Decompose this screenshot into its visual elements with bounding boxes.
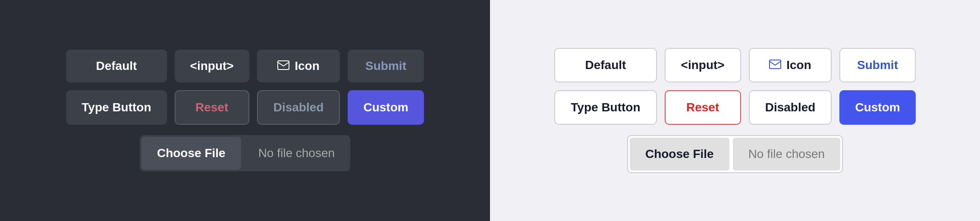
light-default-label: Default xyxy=(585,58,626,72)
dark-disabled-button[interactable]: Disabled xyxy=(257,90,340,125)
dark-choose-file-button[interactable]: Choose File xyxy=(141,137,241,170)
svg-rect-0 xyxy=(278,61,289,69)
light-type-label: Type Button xyxy=(571,101,640,114)
dark-default-button[interactable]: Default xyxy=(66,50,166,82)
dark-reset-button[interactable]: Reset xyxy=(175,90,249,125)
light-custom-button[interactable]: Custom xyxy=(839,90,915,125)
envelope-icon xyxy=(277,59,289,73)
light-default-button[interactable]: Default xyxy=(554,48,656,82)
dark-reset-label: Reset xyxy=(195,101,228,114)
light-disabled-button[interactable]: Disabled xyxy=(749,90,832,125)
light-reset-button[interactable]: Reset xyxy=(665,90,741,125)
dark-default-label: Default xyxy=(96,59,137,73)
light-input-label: <input> xyxy=(681,58,725,72)
dark-no-file-text: No file chosen xyxy=(243,137,350,170)
dark-custom-button[interactable]: Custom xyxy=(348,90,424,125)
light-reset-label: Reset xyxy=(686,101,719,114)
dark-custom-label: Custom xyxy=(363,101,408,114)
light-icon-label: Icon xyxy=(786,58,811,72)
dark-input-button[interactable]: <input> xyxy=(175,50,249,82)
light-choose-file-button[interactable]: Choose File xyxy=(630,138,729,170)
light-button-grid: Default <input> Icon Submit Type Button … xyxy=(554,48,915,125)
light-submit-button[interactable]: Submit xyxy=(839,48,915,82)
envelope-icon-light xyxy=(769,58,781,72)
dark-choose-file-label: Choose File xyxy=(157,146,226,160)
dark-input-label: <input> xyxy=(190,59,234,73)
light-icon-button[interactable]: Icon xyxy=(749,48,832,82)
dark-submit-button[interactable]: Submit xyxy=(348,50,424,82)
dark-icon-button[interactable]: Icon xyxy=(257,50,340,82)
dark-icon-label: Icon xyxy=(295,59,320,73)
dark-button-grid: Default <input> Icon Submit Type Button … xyxy=(66,50,424,125)
light-file-input: Choose File No file chosen xyxy=(627,135,843,173)
light-type-button[interactable]: Type Button xyxy=(554,90,656,125)
dark-type-label: Type Button xyxy=(82,101,151,114)
svg-rect-1 xyxy=(770,60,781,69)
dark-file-input: Choose File No file chosen xyxy=(140,135,350,171)
light-submit-label: Submit xyxy=(857,58,898,72)
light-disabled-label: Disabled xyxy=(765,101,816,114)
dark-disabled-label: Disabled xyxy=(273,101,324,114)
light-custom-label: Custom xyxy=(855,101,900,114)
dark-theme-panel: Default <input> Icon Submit Type Button … xyxy=(0,0,490,221)
light-no-file-text: No file chosen xyxy=(733,138,840,170)
dark-submit-label: Submit xyxy=(365,59,406,73)
light-input-button[interactable]: <input> xyxy=(665,48,741,82)
light-choose-file-label: Choose File xyxy=(645,147,714,161)
light-theme-panel: Default <input> Icon Submit Type Button … xyxy=(490,0,980,221)
dark-type-button[interactable]: Type Button xyxy=(66,90,166,125)
